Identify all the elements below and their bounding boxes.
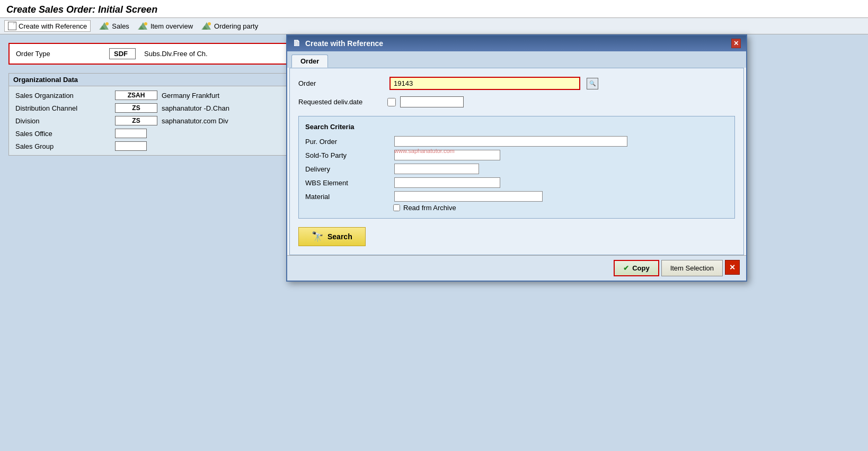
wbs-element-input[interactable] (394, 177, 500, 188)
material-input[interactable] (394, 191, 543, 202)
sales-org-desc: Germany Frankfurt (162, 92, 298, 100)
toolbar-create-with-reference[interactable]: Create with Reference (4, 20, 91, 32)
division-label: Division (15, 117, 111, 125)
pur-order-label: Pur. Order (305, 138, 390, 146)
toolbar-item-overview[interactable]: Item overview (138, 21, 193, 31)
svg-point-5 (144, 22, 147, 25)
toolbar: Create with Reference Sales Item overvie… (0, 18, 868, 34)
sales-group-input[interactable] (115, 141, 147, 151)
modal-title: Create with Reference (305, 39, 383, 48)
sales-group-label: Sales Group (15, 142, 111, 150)
copy-button[interactable]: ✔ Copy (614, 260, 659, 276)
footer-close-button[interactable]: ✕ (725, 260, 740, 275)
tab-order[interactable]: Order (291, 55, 328, 68)
order-type-description: Subs.Dlv.Free of Ch. (144, 50, 208, 58)
division-value[interactable]: ZS (115, 116, 157, 125)
deliv-date-checkbox[interactable] (387, 98, 396, 106)
modal-title-text: 🗎 Create with Reference (293, 39, 383, 48)
archive-checkbox[interactable] (393, 204, 400, 211)
org-data-content: Sales Organization ZSAH Germany Frankfur… (9, 86, 305, 155)
wbs-element-label: WBS Element (305, 179, 390, 187)
toolbar-ordering-party[interactable]: Ordering party (201, 21, 258, 31)
order-type-label: Order Type (16, 50, 101, 58)
pur-order-container: www.saphanatutor.com (394, 136, 728, 147)
modal-close-button[interactable]: ✕ (731, 39, 741, 48)
left-panel: Order Type SDF Subs.Dlv.Free of Ch. Orga… (8, 43, 305, 435)
toolbar-create-with-reference-label: Create with Reference (19, 22, 87, 30)
dist-channel-desc: saphanatutor -D.Chan (162, 104, 298, 112)
item-selection-button[interactable]: Item Selection (661, 260, 723, 276)
title-bar: Create Sales Order: Initial Screen (0, 0, 868, 18)
sales-office-label: Sales Office (15, 130, 111, 138)
modal-dialog: 🗎 Create with Reference ✕ Order Order 🔍 (286, 34, 747, 282)
division-desc: saphanatutor.com Div (162, 117, 298, 125)
delivery-input[interactable] (394, 164, 479, 174)
archive-row: Read frm Archive (305, 204, 728, 212)
archive-label: Read frm Archive (403, 204, 456, 212)
deliv-date-input[interactable] (400, 96, 464, 107)
search-button-label: Search (327, 232, 352, 241)
org-data-header: Organizational Data (9, 74, 305, 86)
sold-to-party-label: Sold-To Party (305, 151, 390, 159)
watermark-text: www.saphanatutor.com (394, 148, 455, 154)
order-field-row: Order 🔍 (298, 77, 735, 90)
modal-body: Order 🔍 Requested deliv.date Search Crit… (289, 68, 744, 255)
org-data-section: Organizational Data Sales Organization Z… (8, 73, 305, 156)
dist-channel-value[interactable]: ZS (115, 103, 157, 113)
sales-office-input[interactable] (115, 129, 147, 138)
svg-point-8 (208, 22, 211, 25)
modal-titlebar: 🗎 Create with Reference ✕ (287, 35, 746, 51)
search-criteria-box: Search Criteria Pur. Order www.saphanatu… (298, 116, 735, 219)
search-criteria-title: Search Criteria (305, 123, 728, 131)
dist-channel-label: Distribution Channel (15, 104, 111, 112)
order-input[interactable] (389, 77, 580, 90)
toolbar-item-overview-label: Item overview (150, 22, 193, 30)
tab-order-label: Order (300, 57, 319, 65)
order-lookup-button[interactable]: 🔍 (587, 78, 598, 89)
search-button[interactable]: 🔭 Search (298, 227, 366, 246)
order-label: Order (298, 79, 383, 87)
toolbar-ordering-party-label: Ordering party (214, 22, 258, 30)
mountain-icon-item-overview (138, 21, 148, 31)
checkmark-icon: ✔ (623, 264, 629, 272)
item-selection-label: Item Selection (670, 264, 714, 272)
delivery-label: Delivery (305, 165, 390, 173)
sales-org-value[interactable]: ZSAH (115, 91, 157, 100)
binoculars-icon: 🔭 (312, 231, 323, 242)
deliv-date-label: Requested deliv.date (298, 98, 383, 106)
document-icon (8, 22, 16, 30)
pur-order-input[interactable] (394, 136, 627, 147)
mountain-icon-ordering-party (201, 21, 212, 31)
sales-org-label: Sales Organization (15, 92, 111, 100)
footer-close-icon: ✕ (729, 263, 736, 272)
modal-doc-icon: 🗎 (293, 39, 301, 48)
material-label: Material (305, 193, 390, 201)
svg-point-2 (105, 22, 109, 25)
modal-overlay: 🗎 Create with Reference ✕ Order Order 🔍 (286, 34, 763, 451)
search-criteria-grid: Pur. Order www.saphanatutor.com Sold-To … (305, 136, 728, 202)
modal-tabs: Order (287, 51, 746, 68)
modal-footer: ✔ Copy Item Selection ✕ (287, 255, 746, 281)
order-type-box: Order Type SDF Subs.Dlv.Free of Ch. (8, 43, 305, 65)
copy-button-label: Copy (632, 264, 650, 272)
main-content: Order Type SDF Subs.Dlv.Free of Ch. Orga… (0, 34, 868, 443)
deliv-date-row: Requested deliv.date (298, 96, 735, 107)
mountain-icon-sales (99, 21, 110, 31)
toolbar-sales-label: Sales (112, 22, 129, 30)
page-title: Create Sales Order: Initial Screen (6, 4, 862, 15)
order-type-value[interactable]: SDF (109, 48, 136, 59)
toolbar-sales[interactable]: Sales (99, 21, 129, 31)
